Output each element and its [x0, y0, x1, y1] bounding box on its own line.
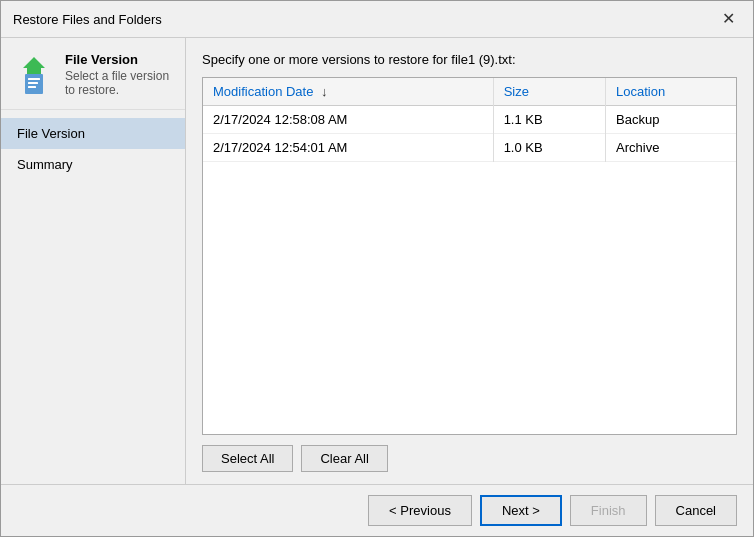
svg-marker-0 [23, 57, 45, 76]
next-button[interactable]: Next > [480, 495, 562, 526]
header-subtitle: Select a file version to restore. [65, 69, 173, 97]
column-header-modification-date[interactable]: Modification Date ↓ [203, 78, 493, 106]
previous-button[interactable]: < Previous [368, 495, 472, 526]
sidebar-nav: File Version Summary [1, 110, 185, 484]
svg-rect-3 [28, 82, 38, 84]
dialog-title: Restore Files and Folders [13, 12, 162, 27]
sidebar-item-summary[interactable]: Summary [1, 149, 185, 180]
dialog-footer: < Previous Next > Finish Cancel [1, 484, 753, 536]
cell-location-1: Backup [606, 106, 736, 134]
clear-all-button[interactable]: Clear All [301, 445, 387, 472]
dialog-body: File Version Select a file version to re… [1, 38, 753, 484]
cell-location-2: Archive [606, 134, 736, 162]
header-section: File Version Select a file version to re… [1, 38, 185, 110]
cell-modification-date-2: 2/17/2024 12:54:01 AM [203, 134, 493, 162]
restore-dialog: Restore Files and Folders ✕ [0, 0, 754, 537]
header-text: File Version Select a file version to re… [65, 52, 173, 97]
cancel-button[interactable]: Cancel [655, 495, 737, 526]
sidebar: File Version Select a file version to re… [1, 38, 186, 484]
file-table: Modification Date ↓ Size Location [203, 78, 736, 162]
title-bar: Restore Files and Folders ✕ [1, 1, 753, 38]
column-header-size[interactable]: Size [493, 78, 605, 106]
close-button[interactable]: ✕ [716, 9, 741, 29]
restore-icon [13, 54, 55, 96]
table-header-row: Modification Date ↓ Size Location [203, 78, 736, 106]
finish-button[interactable]: Finish [570, 495, 647, 526]
cell-size-1: 1.1 KB [493, 106, 605, 134]
svg-rect-2 [28, 78, 40, 80]
sort-arrow-icon: ↓ [321, 84, 328, 99]
main-content: Specify one or more versions to restore … [186, 38, 753, 484]
table-row[interactable]: 2/17/2024 12:58:08 AM 1.1 KB Backup [203, 106, 736, 134]
cell-size-2: 1.0 KB [493, 134, 605, 162]
select-buttons: Select All Clear All [202, 445, 737, 472]
file-table-container[interactable]: Modification Date ↓ Size Location [202, 77, 737, 435]
table-row[interactable]: 2/17/2024 12:54:01 AM 1.0 KB Archive [203, 134, 736, 162]
column-header-location[interactable]: Location [606, 78, 736, 106]
svg-rect-4 [28, 86, 36, 88]
instruction-text: Specify one or more versions to restore … [202, 52, 737, 67]
select-all-button[interactable]: Select All [202, 445, 293, 472]
header-title: File Version [65, 52, 173, 67]
sidebar-item-file-version[interactable]: File Version [1, 118, 185, 149]
cell-modification-date-1: 2/17/2024 12:58:08 AM [203, 106, 493, 134]
